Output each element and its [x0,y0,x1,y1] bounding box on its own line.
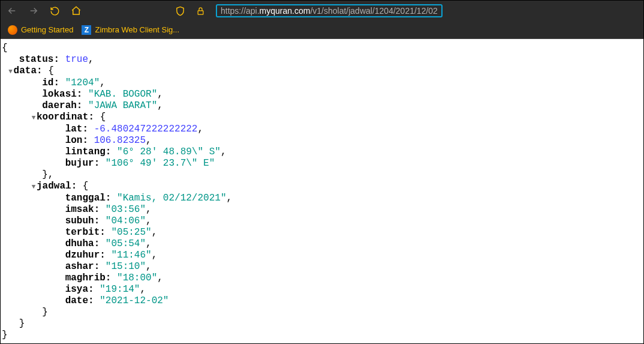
collapse-icon[interactable]: ▼ [31,112,37,124]
bookmark-label: Zimbra Web Client Sig... [95,25,179,34]
json-key: lon: [65,135,88,146]
json-key: lokasi: [42,89,82,100]
url-bar[interactable]: https://api.myquran.com/v1/sholat/jadwal… [216,4,443,17]
json-key: date: [65,295,94,306]
json-string: "05:25" [111,227,151,238]
json-key: lintang: [65,146,112,157]
json-string: "Kamis, 02/12/2021" [117,193,226,204]
json-string: "KAB. BOGOR" [88,89,157,100]
collapse-icon[interactable]: ▼ [8,66,14,77]
json-key: isya: [65,284,94,295]
json-key: terbit: [65,227,106,238]
json-number: 106.82325 [94,135,146,146]
json-key: tanggal: [65,193,112,204]
forward-icon[interactable] [28,5,39,16]
collapse-icon[interactable]: ▼ [31,181,37,193]
json-key: status: [19,54,59,65]
zimbra-icon: Z [82,25,91,35]
bookmarks-bar: Getting Started Z Zimbra Web Client Sig.… [1,21,643,39]
json-string: "11:46" [111,250,151,261]
json-key: maghrib: [65,273,112,283]
json-string: "JAWA BARAT" [88,100,157,111]
json-string: "106° 49' 23.7\" E" [106,158,215,169]
lock-icon[interactable] [196,7,205,16]
json-key: data: [14,65,43,76]
json-key: subuh: [65,216,100,226]
json-string: "19:14" [100,284,140,295]
json-key: jadwal: [37,181,77,192]
json-bool: true [65,54,88,65]
bookmark-getting-started[interactable]: Getting Started [5,25,76,35]
json-key: imsak: [65,204,100,215]
json-viewer: { status: true, ▼data: { id: "1204", lok… [1,39,643,344]
home-icon[interactable] [71,5,82,16]
json-string: "6° 28' 48.89\" S" [117,146,221,157]
shield-icon[interactable] [175,6,185,16]
json-key: dhuha: [65,238,100,249]
json-string: "1204" [65,77,100,88]
url-path: /v1/sholat/jadwal/1204/2021/12/02 [310,6,438,16]
json-string: "04:06" [106,216,146,226]
back-icon[interactable] [7,5,17,16]
url-protocol: https://api. [221,6,260,16]
reload-icon[interactable] [50,6,60,16]
firefox-icon [8,25,17,35]
json-number: -6.480247222222222 [94,124,198,134]
json-key: ashar: [65,261,100,272]
json-key: id: [42,77,59,88]
bookmark-label: Getting Started [21,25,73,34]
bookmark-zimbra[interactable]: Z Zimbra Web Client Sig... [79,25,182,35]
url-domain: myquran.com [260,6,311,16]
json-key: koordinat: [37,112,94,122]
json-string: "15:10" [106,261,146,272]
json-key: daerah: [42,100,82,111]
json-key: bujur: [65,158,100,169]
json-key: lat: [65,124,88,134]
json-string: "18:00" [117,273,157,283]
browser-toolbar: https://api.myquran.com/v1/sholat/jadwal… [1,1,643,21]
svg-rect-0 [198,10,203,14]
json-string: "2021-12-02" [100,295,168,306]
json-string: "05:54" [106,238,146,249]
json-string: "03:56" [106,204,146,215]
json-key: dzuhur: [65,250,106,261]
